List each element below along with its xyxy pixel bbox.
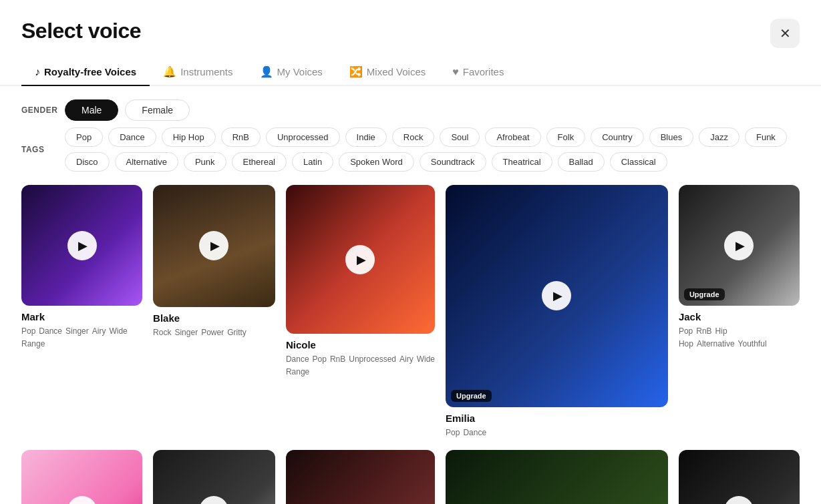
play-button-amina[interactable]: ▶ bbox=[199, 496, 228, 504]
tab-favorites-label: Favorites bbox=[463, 66, 504, 77]
gender-female-button[interactable]: Female bbox=[125, 99, 190, 121]
voice-tags-emilia: PopDance bbox=[446, 427, 668, 439]
play-button-mark[interactable]: ▶ bbox=[67, 231, 97, 260]
tag-hiphop[interactable]: Hip Hop bbox=[162, 128, 216, 147]
tag-latin[interactable]: Latin bbox=[292, 152, 333, 172]
tab-royalty-free-label: Royalty-free Voices bbox=[44, 66, 136, 77]
voice-name-mark: Mark bbox=[21, 311, 142, 322]
voice-tags-blake: RockSingerPowerGritty bbox=[153, 326, 275, 339]
voice-name-emilia: Emilia bbox=[446, 413, 668, 424]
voice-card-mark[interactable]: ▶ Mark PopDanceSingerAiryWide Range bbox=[21, 185, 142, 439]
play-icon: ▶ bbox=[78, 238, 88, 253]
voice-thumb-jack: ▶ Upgrade bbox=[679, 185, 800, 306]
gender-label: GENDER bbox=[21, 105, 58, 115]
voice-tags-nicole: DancePopRnBUnprocessedAiryWide Range bbox=[286, 353, 435, 379]
tags-list: Pop Dance Hip Hop RnB Unprocessed Indie … bbox=[65, 128, 800, 172]
tab-mixed-voices-label: Mixed Voices bbox=[367, 66, 426, 77]
voice-thumb-june: ▶ Upgrade bbox=[286, 450, 435, 504]
tag-rock[interactable]: Rock bbox=[392, 128, 435, 147]
tag-theatrical[interactable]: Theatrical bbox=[492, 152, 552, 172]
tag-jazz[interactable]: Jazz bbox=[699, 128, 740, 147]
tag-blues[interactable]: Blues bbox=[649, 128, 694, 147]
play-button-emilia[interactable]: ▶ bbox=[542, 281, 571, 310]
tags-filter-row: TAGS Pop Dance Hip Hop RnB Unprocessed I… bbox=[21, 128, 800, 172]
voice-thumb-blake: ▶ bbox=[153, 185, 275, 307]
tag-indie[interactable]: Indie bbox=[345, 128, 387, 147]
voice-name-jack: Jack bbox=[679, 311, 800, 322]
tab-favorites[interactable]: ♥ Favorites bbox=[439, 59, 517, 86]
gender-male-button[interactable]: Male bbox=[65, 99, 118, 121]
close-button[interactable]: ✕ bbox=[770, 19, 800, 48]
voice-tags-jack: PopRnBHip HopAlternativeYouthful bbox=[679, 325, 800, 350]
tag-pop[interactable]: Pop bbox=[65, 128, 103, 147]
tab-my-voices-label: My Voices bbox=[277, 66, 323, 77]
tag-classical[interactable]: Classical bbox=[610, 152, 667, 172]
tab-bar: ♪ Royalty-free Voices 🔔 Instruments 👤 My… bbox=[0, 59, 821, 86]
voice-card-thomas[interactable]: ▶ Upgrade Thomas UnprocessedPopDanceRnBR… bbox=[446, 450, 668, 504]
play-button-theodore[interactable]: ▶ bbox=[724, 496, 754, 504]
voice-card-nicole[interactable]: ▶ Nicole DancePopRnBUnprocessedAiryWide … bbox=[286, 185, 435, 439]
tag-afrobeat[interactable]: Afrobeat bbox=[485, 128, 540, 147]
tag-spoken-word[interactable]: Spoken Word bbox=[339, 152, 414, 172]
tag-soul[interactable]: Soul bbox=[440, 128, 480, 147]
voice-card-blake[interactable]: ▶ Blake RockSingerPowerGritty bbox=[153, 185, 275, 439]
play-icon: ▶ bbox=[553, 288, 562, 303]
tags-label: TAGS bbox=[21, 145, 58, 154]
page-header: Select voice ✕ bbox=[0, 0, 821, 59]
voice-thumb-alyssa: ▶ Upgrade bbox=[21, 450, 142, 504]
voice-card-amina[interactable]: ▶ Upgrade Amina UnprocessedJazzIndieRnBH… bbox=[153, 450, 275, 504]
tag-soundtrack[interactable]: Soundtrack bbox=[420, 152, 486, 172]
tag-country[interactable]: Country bbox=[591, 128, 644, 147]
play-button-nicole[interactable]: ▶ bbox=[345, 245, 375, 274]
tag-disco[interactable]: Disco bbox=[65, 152, 110, 172]
tag-funk[interactable]: Funk bbox=[745, 128, 787, 147]
voice-tags-mark: PopDanceSingerAiryWide Range bbox=[21, 325, 142, 350]
tab-my-voices[interactable]: 👤 My Voices bbox=[247, 59, 336, 86]
play-button-alyssa[interactable]: ▶ bbox=[67, 496, 97, 504]
tag-alternative[interactable]: Alternative bbox=[115, 152, 178, 172]
tab-mixed-voices[interactable]: 🔀 Mixed Voices bbox=[336, 59, 439, 86]
tag-ethereal[interactable]: Ethereal bbox=[232, 152, 287, 172]
filters-section: GENDER Male Female TAGS Pop Dance Hip Ho… bbox=[0, 99, 821, 172]
voice-grid: ▶ Mark PopDanceSingerAiryWide Range ▶ Bl… bbox=[0, 185, 821, 504]
shuffle-icon: 🔀 bbox=[349, 65, 363, 78]
page-title: Select voice bbox=[21, 19, 141, 43]
tag-rnb[interactable]: RnB bbox=[221, 128, 261, 147]
play-icon: ▶ bbox=[357, 252, 366, 267]
tab-instruments[interactable]: 🔔 Instruments bbox=[150, 59, 246, 86]
tag-ballad[interactable]: Ballad bbox=[558, 152, 605, 172]
voice-card-jack[interactable]: ▶ Upgrade Jack PopRnBHip HopAlternativeY… bbox=[679, 185, 800, 439]
tag-folk[interactable]: Folk bbox=[546, 128, 586, 147]
voice-thumb-emilia: ▶ Upgrade bbox=[446, 185, 668, 407]
voice-card-emilia[interactable]: ▶ Upgrade Emilia PopDance bbox=[446, 185, 668, 439]
play-button-jack[interactable]: ▶ bbox=[724, 231, 754, 260]
play-icon: ▶ bbox=[210, 238, 220, 253]
upgrade-badge-emilia: Upgrade bbox=[451, 390, 492, 402]
voice-card-theodore[interactable]: ▶ Upgrade Theodore SoulDeepFunkOld Schoo… bbox=[679, 450, 800, 504]
tab-instruments-label: Instruments bbox=[180, 66, 232, 77]
voice-name-nicole: Nicole bbox=[286, 339, 435, 350]
upgrade-badge-jack: Upgrade bbox=[684, 288, 725, 300]
play-button-blake[interactable]: ▶ bbox=[199, 231, 228, 260]
play-icon: ▶ bbox=[735, 238, 745, 253]
voice-thumb-amina: ▶ Upgrade bbox=[153, 450, 275, 504]
voice-thumb-nicole: ▶ bbox=[286, 185, 435, 334]
tag-dance[interactable]: Dance bbox=[108, 128, 156, 147]
voice-card-june[interactable]: ▶ Upgrade June SoulBluesJazzSingerOrgani… bbox=[286, 450, 435, 504]
voice-card-alyssa[interactable]: ▶ Upgrade Alyssa RnBHip HopPopUnprocesse… bbox=[21, 450, 142, 504]
tag-unprocessed[interactable]: Unprocessed bbox=[266, 128, 340, 147]
tag-punk[interactable]: Punk bbox=[184, 152, 226, 172]
voice-thumb-mark: ▶ bbox=[21, 185, 142, 306]
gender-filter-row: GENDER Male Female bbox=[21, 99, 800, 121]
person-icon: 👤 bbox=[260, 65, 273, 78]
voice-thumb-theodore: ▶ Upgrade bbox=[679, 450, 800, 504]
heart-icon: ♥ bbox=[452, 66, 459, 78]
voice-name-blake: Blake bbox=[153, 312, 275, 324]
music-icon: ♪ bbox=[35, 66, 40, 78]
bell-icon: 🔔 bbox=[163, 65, 176, 78]
tab-royalty-free[interactable]: ♪ Royalty-free Voices bbox=[21, 59, 150, 86]
voice-thumb-thomas: ▶ Upgrade bbox=[446, 450, 668, 504]
